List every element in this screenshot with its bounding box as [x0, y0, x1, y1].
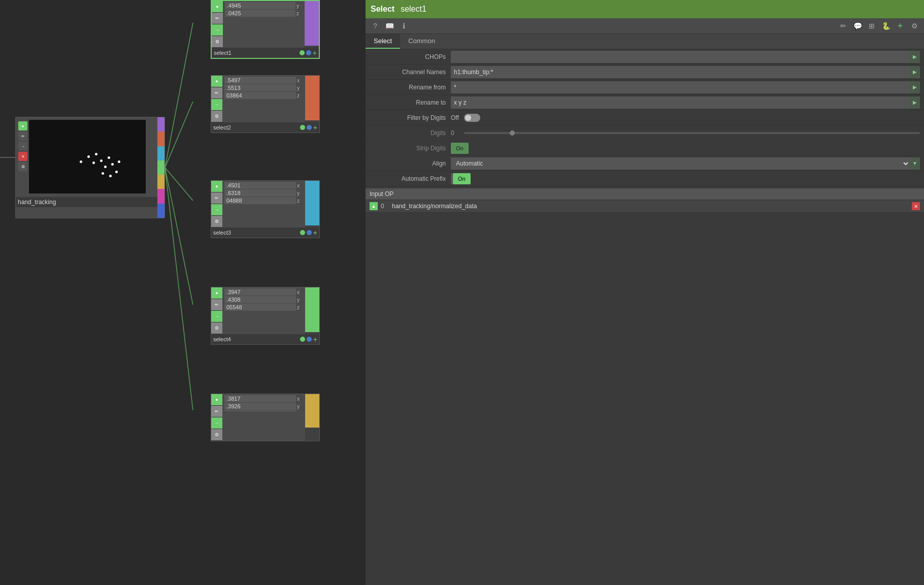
toolbar-info-icon[interactable]: ℹ: [398, 20, 409, 31]
sel5-btn-circle[interactable]: ●: [211, 394, 222, 405]
select3-footer: select3 +: [211, 228, 319, 238]
tracking-dot: [104, 166, 107, 168]
select2-footer-dots: +: [300, 123, 317, 132]
node-preview: [29, 120, 146, 193]
node-side-buttons: ● ✏ → ✕ ⚙: [18, 121, 27, 171]
select3-label: select3: [213, 230, 231, 236]
select1-node[interactable]: ● ✏ → ⚙ .4945 y .0425 z: [211, 0, 320, 59]
sel4-btn-circle[interactable]: ●: [211, 287, 222, 299]
select5-left-btns: ● ✏ → ⚙: [211, 394, 222, 441]
rename-from-arrow[interactable]: ▶: [910, 81, 920, 93]
sel2-btn-arrow[interactable]: →: [211, 99, 222, 110]
slider-track[interactable]: [464, 132, 920, 134]
dot-plus2[interactable]: +: [313, 123, 317, 132]
rename-from-row: Rename from ▶: [366, 80, 924, 95]
tab-common[interactable]: Common: [400, 34, 443, 49]
toolbar-python-icon[interactable]: 🐍: [880, 20, 892, 31]
node-btn-circle[interactable]: ●: [18, 121, 27, 131]
dot-green2: [300, 125, 305, 130]
node-btn-pencil[interactable]: ✏: [18, 132, 27, 141]
sel-btn-circle[interactable]: ●: [212, 1, 223, 12]
input-op-row-0: ▲ 0 hand_tracking/normalized_data ✕: [366, 200, 924, 213]
rename-to-label: Rename to: [370, 99, 451, 106]
sel2-btn-gear[interactable]: ⚙: [211, 111, 222, 122]
dot-plus4[interactable]: +: [313, 335, 317, 343]
align-arrow[interactable]: ▼: [910, 157, 920, 170]
tab-select[interactable]: Select: [366, 34, 400, 49]
sel5-btn-gear[interactable]: ⚙: [211, 429, 222, 440]
toolbar-pencil-icon[interactable]: ✏: [838, 20, 849, 31]
toolbar-gear-icon[interactable]: ⚙: [909, 20, 920, 31]
select4-node[interactable]: ● ✏ → ⚙ .3947 x .4308 y 05548: [211, 287, 320, 345]
select3-footer-dots: +: [300, 229, 317, 237]
rename-from-input[interactable]: [451, 81, 910, 93]
sel3-btn-pencil[interactable]: ✏: [211, 192, 222, 204]
rename-to-input[interactable]: [451, 96, 910, 109]
chops-arrow[interactable]: ▶: [910, 51, 920, 63]
sel-btn-arrow[interactable]: →: [212, 24, 223, 36]
select1-footer-dots: +: [300, 49, 317, 57]
node-btn-x[interactable]: ✕: [18, 152, 27, 161]
align-select[interactable]: Automatic Extend to Larger Trim to Small…: [451, 157, 910, 170]
sel3-btn-arrow[interactable]: →: [211, 204, 222, 215]
input-op-delete-btn[interactable]: ✕: [912, 202, 920, 210]
toolbar-chat-icon[interactable]: 💬: [852, 20, 863, 31]
input-op-section: Input OP ▲ 0 hand_tracking/normalized_da…: [366, 188, 924, 213]
select1-color-strip: [305, 1, 319, 48]
sel4-btn-gear[interactable]: ⚙: [211, 322, 222, 334]
select4-left-btns: ● ✏ → ⚙: [211, 287, 222, 334]
chops-label: CHOPs: [370, 53, 451, 60]
select3-color-strip: [305, 181, 319, 228]
input-op-header: Input OP: [366, 188, 924, 200]
sel5-btn-arrow[interactable]: →: [211, 417, 222, 429]
digits-label: Digits: [370, 129, 451, 137]
dot-plus[interactable]: +: [313, 49, 317, 57]
select3-node[interactable]: ● ✏ → ⚙ .4501 x .6318 y 04888: [211, 180, 320, 238]
align-label: Align: [370, 160, 451, 167]
svg-line-0: [165, 23, 193, 168]
strip-digits-label: Strip Digits: [370, 145, 451, 152]
select4-footer: select4 +: [211, 334, 319, 344]
sel3-btn-circle[interactable]: ●: [211, 181, 222, 192]
auto-prefix-toggle-bg[interactable]: On: [451, 173, 469, 184]
props-title-name: select1: [401, 5, 426, 14]
sel2-btn-circle[interactable]: ●: [211, 76, 222, 87]
sel5-btn-pencil[interactable]: ✏: [211, 406, 222, 417]
dot-plus3[interactable]: +: [313, 229, 317, 237]
rename-to-row: Rename to ▶: [366, 95, 924, 110]
node-btn-arrow[interactable]: →: [18, 142, 27, 151]
dot-blue: [306, 50, 311, 55]
select1-label: select1: [214, 50, 232, 56]
sel-btn-pencil[interactable]: ✏: [212, 13, 223, 24]
channel-names-input[interactable]: [451, 66, 910, 78]
hand-tracking-node[interactable]: ● ✏ → ✕ ⚙: [15, 117, 165, 218]
toolbar-book-icon[interactable]: 📖: [384, 20, 395, 31]
sel2-btn-pencil[interactable]: ✏: [211, 87, 222, 99]
toolbar-add-icon[interactable]: +: [895, 20, 906, 31]
select2-values: .5497 x .5513 y 03864 z: [222, 76, 305, 122]
rename-to-arrow[interactable]: ▶: [910, 96, 920, 109]
svg-line-1: [165, 102, 193, 168]
filter-digits-toggle[interactable]: [464, 114, 480, 122]
sel4-btn-pencil[interactable]: ✏: [211, 299, 222, 310]
input-op-up-arrow[interactable]: ▲: [370, 202, 378, 210]
toolbar-help-icon[interactable]: ?: [370, 20, 381, 31]
digits-slider[interactable]: 0: [451, 129, 920, 137]
auto-prefix-btn[interactable]: On: [453, 173, 471, 184]
select2-node[interactable]: ● ✏ → ⚙ .5497 x .5513 y 03864: [211, 75, 320, 133]
svg-line-3: [165, 168, 193, 305]
sel-btn-gear[interactable]: ⚙: [212, 36, 223, 47]
select5-node[interactable]: ● ✏ → ⚙ .3817 x .3926 y: [211, 394, 320, 441]
filter-digits-label: Filter by Digits: [370, 114, 451, 121]
node-btn-gear[interactable]: ⚙: [18, 162, 27, 171]
chops-input[interactable]: [451, 51, 910, 63]
svg-line-4: [165, 168, 193, 410]
sel4-btn-arrow[interactable]: →: [211, 311, 222, 322]
auto-prefix-row: Automatic Prefix On: [366, 171, 924, 186]
sel3-btn-gear[interactable]: ⚙: [211, 216, 222, 227]
toolbar-layers-icon[interactable]: ⊞: [866, 20, 877, 31]
channel-names-arrow[interactable]: ▶: [910, 66, 920, 78]
select4-color-strip: [305, 287, 319, 334]
strip-digits-btn[interactable]: On: [451, 143, 469, 154]
props-title-label: Select: [371, 5, 394, 14]
